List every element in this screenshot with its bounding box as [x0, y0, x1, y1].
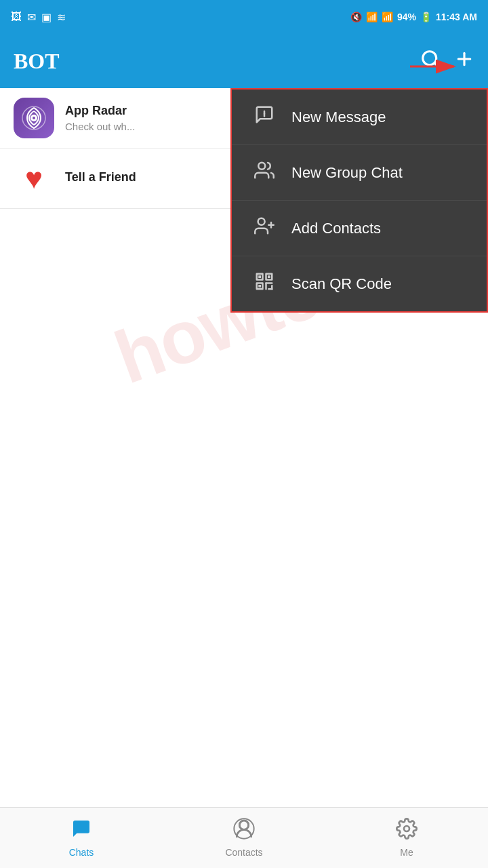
new-message-icon [252, 104, 277, 130]
image-icon: 🖼 [11, 11, 22, 23]
heart-icon: ♥ [25, 161, 43, 195]
signal-icon: ≋ [57, 11, 66, 24]
svg-line-1 [434, 62, 438, 66]
chats-nav-icon [70, 818, 92, 844]
status-icons-right: 🔇 📶 📶 94% 🔋 11:43 AM [350, 12, 477, 22]
svg-rect-19 [268, 275, 270, 278]
new-group-chat-label: New Group Chat [291, 164, 403, 182]
wifi-icon: 📶 [366, 12, 378, 22]
app-header: BOT [0, 34, 488, 88]
add-contacts-icon [252, 216, 277, 241]
svg-rect-18 [258, 275, 261, 278]
svg-point-11 [258, 163, 265, 170]
contacts-nav-icon [233, 818, 255, 844]
status-icons-left: 🖼 ✉ ▣ ≋ [11, 11, 66, 24]
email-icon: ✉ [27, 11, 36, 24]
menu-item-new-message[interactable]: New Message [232, 90, 487, 145]
nav-item-contacts[interactable]: Contacts [163, 818, 325, 858]
svg-point-12 [258, 218, 265, 225]
time-display: 11:43 AM [436, 12, 477, 22]
scan-qr-label: Scan QR Code [291, 275, 392, 293]
app-title: BOT [14, 49, 60, 74]
menu-item-add-contacts[interactable]: Add Contacts [232, 201, 487, 256]
me-nav-icon [396, 818, 418, 844]
new-group-chat-icon [252, 160, 277, 185]
chats-nav-label: Chats [69, 847, 94, 858]
status-bar: 🖼 ✉ ▣ ≋ 🔇 📶 📶 94% 🔋 11:43 AM [0, 0, 488, 34]
search-icon [420, 49, 441, 69]
svg-point-28 [404, 826, 409, 831]
me-nav-label: Me [400, 847, 413, 858]
nav-item-chats[interactable]: Chats [0, 818, 163, 858]
menu-item-new-group-chat[interactable]: New Group Chat [232, 145, 487, 201]
header-actions [420, 49, 474, 74]
nav-item-me[interactable]: Me [325, 818, 488, 858]
search-button[interactable] [420, 49, 441, 74]
menu-item-scan-qr[interactable]: Scan QR Code [232, 256, 487, 311]
tablet-icon: ▣ [41, 11, 52, 24]
avatar-app-radar [14, 98, 54, 138]
svg-rect-20 [258, 285, 261, 288]
plus-icon [454, 49, 474, 69]
contacts-nav-label: Contacts [225, 847, 262, 858]
new-message-label: New Message [291, 108, 386, 126]
svg-point-26 [239, 821, 248, 829]
add-button[interactable] [454, 49, 474, 74]
battery-icon: 🔋 [420, 12, 432, 22]
app-radar-logo [17, 101, 51, 135]
battery-percent: 94% [397, 12, 416, 22]
mute-icon: 🔇 [350, 12, 362, 22]
cellular-icon: 📶 [382, 12, 393, 22]
svg-point-8 [33, 117, 35, 119]
avatar-tell-friend: ♥ [14, 158, 54, 199]
scan-qr-icon [252, 271, 277, 296]
dropdown-menu: New Message New Group Chat Add Contacts [230, 88, 488, 313]
bottom-navigation: Chats Contacts Me [0, 807, 488, 868]
add-contacts-label: Add Contacts [291, 220, 381, 237]
